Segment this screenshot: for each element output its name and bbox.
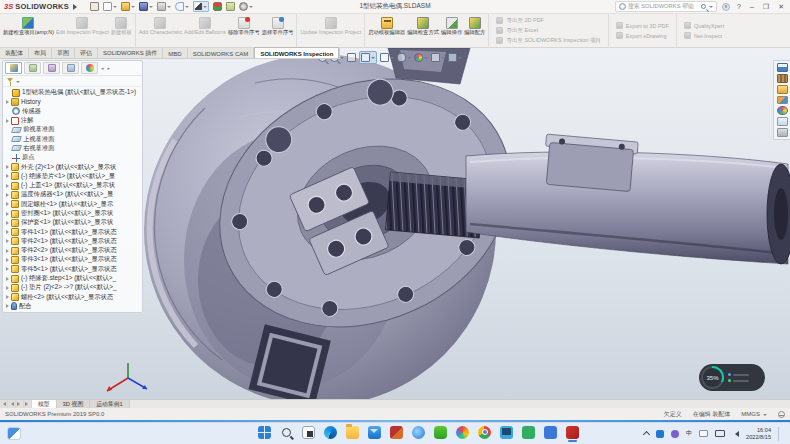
displaymanager-tab[interactable]: [81, 62, 98, 74]
tray-blue-app-icon[interactable]: [656, 430, 664, 438]
search-icon[interactable]: [701, 4, 706, 9]
tree-item-component[interactable]: (-) 绝缘垫片<1> (默认<<默认>_显: [3, 172, 142, 181]
chevron-down-icon[interactable]: [424, 57, 428, 61]
tree-item-component[interactable]: 外壳 (2)<1> (默认<<默认>_显示状: [3, 162, 142, 171]
doc-tab-3d-views[interactable]: 3D 视图: [57, 400, 91, 408]
design-library-icon[interactable]: [777, 74, 788, 83]
file-explorer-button[interactable]: [346, 426, 359, 442]
add-characteristic-button[interactable]: Add Characteristic: [138, 16, 183, 46]
open-button[interactable]: [121, 2, 135, 11]
expander-icon[interactable]: [6, 165, 9, 169]
edit-operation-button[interactable]: 编辑操作: [440, 16, 463, 46]
chevron-down-icon[interactable]: [167, 6, 171, 10]
forum-icon[interactable]: [777, 128, 788, 137]
tab-sketch[interactable]: 草图: [52, 48, 75, 58]
tab-scroll-right-icon[interactable]: ▸: [107, 65, 112, 71]
doc-tab-model[interactable]: 模型: [32, 400, 57, 408]
restore-button[interactable]: ❐: [761, 3, 771, 10]
chevron-down-icon[interactable]: [709, 6, 713, 10]
section-view-button[interactable]: [347, 53, 356, 62]
hide-show-items-button[interactable]: [397, 53, 411, 62]
select-balloon-button[interactable]: 选择零件序号: [261, 16, 295, 46]
chevron-down-icon[interactable]: [390, 57, 394, 61]
expander-icon[interactable]: [6, 239, 9, 243]
w-app-button[interactable]: [544, 426, 557, 442]
propertymanager-tab[interactable]: [24, 62, 41, 74]
solidworks-taskbar-button[interactable]: [566, 426, 579, 442]
edit-appearance-button[interactable]: [414, 53, 428, 62]
chevron-down-icon[interactable]: [340, 57, 344, 61]
tray-overflow-chevron-icon[interactable]: [643, 431, 650, 438]
appearances-icon[interactable]: [777, 106, 788, 115]
display-icon[interactable]: [715, 430, 725, 437]
logo-flyout-icon[interactable]: [73, 4, 80, 10]
expander-icon[interactable]: [6, 184, 9, 188]
rebuild-button[interactable]: [213, 2, 222, 11]
start-button[interactable]: [258, 426, 271, 442]
expander-icon[interactable]: [6, 212, 9, 216]
tree-item-component[interactable]: 密封圈<1> (默认<<默认>_显示状: [3, 209, 142, 218]
expander-icon[interactable]: [6, 277, 9, 281]
taskbar-clock[interactable]: 16:04 2022/8/15: [746, 427, 771, 440]
new-template-button[interactable]: 新建模板: [110, 16, 133, 46]
filter-funnel-icon[interactable]: [7, 78, 13, 85]
custom-properties-icon[interactable]: [777, 117, 788, 126]
panel-splitter[interactable]: [3, 312, 142, 313]
green-app-button[interactable]: [434, 426, 447, 442]
tree-item-component[interactable]: (-) 绝缘套.step<1> (默认<<默认>_: [3, 274, 142, 283]
chevron-down-icon[interactable]: [185, 6, 189, 10]
close-button[interactable]: ✕: [776, 3, 786, 10]
tree-item-right-plane[interactable]: 右视基准面: [3, 144, 142, 153]
tree-item-front-plane[interactable]: 前视基准面: [3, 125, 142, 134]
tab-assembly[interactable]: 装配体: [0, 48, 29, 58]
edit-recipe-button[interactable]: 编辑配方: [463, 16, 486, 46]
tab-layout[interactable]: 布局: [29, 48, 52, 58]
print-button[interactable]: [157, 2, 171, 11]
mail-button[interactable]: [368, 426, 381, 442]
zoom-overlay-widget[interactable]: 35%: [699, 364, 765, 391]
keyboard-layout-icon[interactable]: [699, 430, 708, 437]
tab-solidworks-cam[interactable]: SOLIDWORKS CAM: [188, 48, 255, 58]
tab-addins[interactable]: SOLIDWORKS 插件: [98, 48, 163, 58]
sw-resources-icon[interactable]: [777, 63, 788, 72]
tray-purple-app-icon[interactable]: [671, 430, 679, 438]
select-button[interactable]: [193, 1, 209, 12]
doc-tab-motion-study[interactable]: 运动算例1: [90, 400, 129, 408]
color-wheel-app-button[interactable]: [456, 426, 469, 442]
tree-item-origin[interactable]: 原点: [3, 153, 142, 162]
zoom-widget-row-1[interactable]: [728, 373, 760, 376]
tree-item-component[interactable]: 保护套<1> (默认<<默认>_显示状: [3, 218, 142, 227]
edit-inspection-method-button[interactable]: 编辑检查方式: [406, 16, 440, 46]
file-properties-button[interactable]: [226, 2, 235, 11]
zoom-widget-row-2[interactable]: [728, 379, 760, 382]
minimize-button[interactable]: –: [748, 3, 756, 10]
tab-scroll-left-icon[interactable]: ◂: [100, 65, 105, 71]
tree-item-top-plane[interactable]: 上视基准面: [3, 134, 142, 143]
chevron-down-icon[interactable]: [249, 6, 253, 10]
tags-globe-icon[interactable]: [778, 411, 785, 418]
new-inspection-project-button[interactable]: 新建检查项目(amp;N): [2, 16, 55, 46]
expander-icon[interactable]: [6, 100, 9, 104]
expander-icon[interactable]: [6, 295, 9, 299]
show-desktop-button[interactable]: [778, 427, 780, 441]
chevron-down-icon[interactable]: [203, 6, 207, 10]
options-button[interactable]: [239, 2, 253, 11]
update-inspection-project-button[interactable]: Update Inspection Project: [299, 16, 362, 46]
tab-nav-next[interactable]: [16, 400, 24, 408]
units-selector[interactable]: MMGS: [741, 411, 767, 418]
login-user-icon[interactable]: [722, 3, 730, 11]
chevron-down-icon[interactable]: [131, 6, 135, 10]
chevron-down-icon[interactable]: [407, 57, 411, 61]
undo-button[interactable]: [175, 2, 189, 11]
tree-item-annotations[interactable]: 注解: [3, 116, 142, 125]
tree-item-component[interactable]: 零件5<1> (默认<<默认>_显示状态: [3, 265, 142, 274]
tree-item-component[interactable]: 零件2<1> (默认<<默认>_显示状态: [3, 237, 142, 246]
tab-nav-last[interactable]: [24, 400, 32, 408]
expander-icon[interactable]: [6, 202, 9, 206]
export-2d-pdf-button[interactable]: 导出至 2D PDF: [496, 17, 600, 24]
onedrive-button[interactable]: [412, 426, 425, 442]
view-settings-button[interactable]: [448, 53, 462, 62]
featuremanager-tab[interactable]: [5, 62, 22, 74]
tree-item-mates[interactable]: 配合: [3, 302, 142, 311]
launch-template-editor-button[interactable]: 启动模板编辑器: [367, 16, 406, 46]
